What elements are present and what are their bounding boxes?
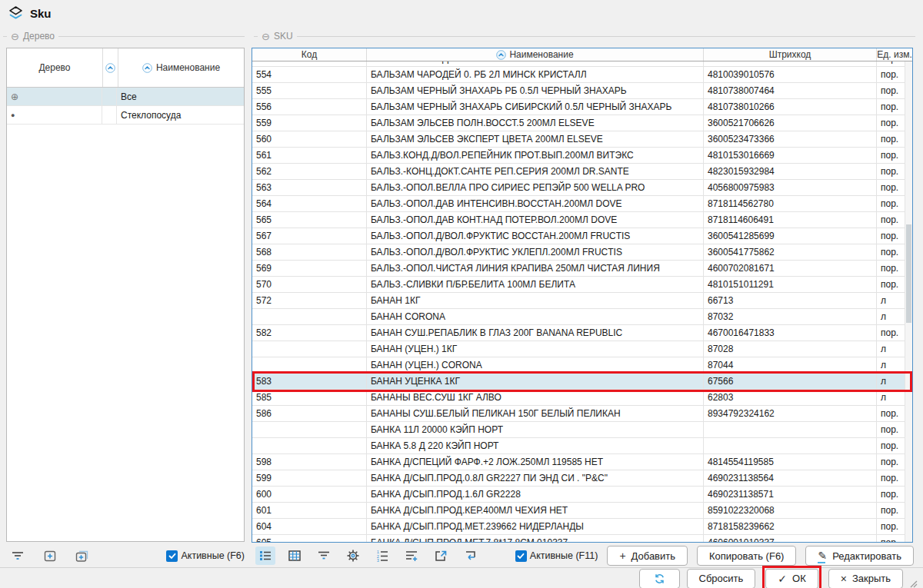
copy-button[interactable]: Копировать (F6): [697, 546, 796, 566]
cell-unit: л: [877, 357, 905, 373]
numbered-list-icon[interactable]: 123: [372, 546, 392, 565]
table-row[interactable]: 568 БАЛЬЗ.-ОПОЛ.Д/ВОЛ.ФРУКТИС УКЛЕПЛ.200…: [252, 244, 905, 261]
close-button[interactable]: × Закрыть: [828, 569, 903, 588]
repeat-icon[interactable]: [460, 546, 480, 565]
cell-barcode: 4810039010576: [704, 67, 877, 82]
cell-code: 567: [252, 228, 367, 244]
cell-name: БАНКА Д/СЫП.ПРОД.МЕТ.239662 НИДЕРЛАНДЫ: [367, 519, 704, 534]
cell-code: 570: [252, 277, 367, 292]
table-row[interactable]: 561 БАЛЬЗ.КОНД.Д/ВОЛ.РЕПЕЙНИК ПРОТ.ВЫП.2…: [252, 148, 905, 164]
add-button[interactable]: + Добавить: [607, 546, 688, 566]
cell-code: 582: [252, 325, 367, 341]
tree-name-column-header[interactable]: Наименование: [118, 48, 244, 87]
collapse-all-icon[interactable]: [40, 546, 60, 565]
table-row[interactable]: 604 БАНКА Д/СЫП.ПРОД.МЕТ.239662 НИДЕРЛАН…: [252, 519, 905, 535]
tree-sort-icon[interactable]: [103, 48, 118, 87]
cell-name: БАНАН CORONA: [367, 309, 704, 324]
tree-column-header[interactable]: Дерево: [7, 48, 103, 87]
cell-unit: пор.: [877, 212, 905, 228]
open-external-icon[interactable]: [431, 546, 451, 565]
name-column-header[interactable]: Наименование: [367, 48, 704, 61]
unit-column-header[interactable]: Ед. изм.: [877, 48, 912, 61]
table-row[interactable]: 598 БАНКА Д/СПЕЦИЙ ФАРФ.+2 ЛОЖ.250МЛ 119…: [252, 454, 905, 470]
table-row[interactable]: 599 БАНКА Д/СЫП.ПРОД.0.8Л GR2227 ПИ ЭНД …: [252, 470, 905, 487]
page-title: Sku: [30, 7, 52, 20]
table-row[interactable]: 586 БАНАНЫ СУШ.БЕЛЫЙ ПЕЛИКАН 150Г БЕЛЫЙ …: [252, 406, 905, 422]
cell-name: БАЛЬЗАМ ЧАРОДЕЙ 1Л МИНСК КРИСТАЛЛ: [367, 61, 704, 66]
cell-barcode: 66713: [704, 293, 877, 308]
grid-view-icon[interactable]: [285, 546, 305, 565]
table-row[interactable]: 567 БАЛЬЗ.-ОПОЛ.Д/ВОЛ.ФРУКТИС ВОССТАН.20…: [252, 228, 905, 244]
table-row[interactable]: БАНАН (УЦЕН.) CORONA 87044 л: [252, 357, 905, 374]
cell-unit: пор.: [877, 228, 905, 244]
cell-name: БАЛЬЗ.-ОПОЛ.ЧИСТАЯ ЛИНИЯ КРАПИВА 250МЛ Ч…: [367, 261, 704, 276]
table-row[interactable]: 562 БАЛЬЗ.-КОНЦ.ДОКТ.САНТЕ РЕП.СЕРИЯ 200…: [252, 164, 905, 180]
cell-barcode: 8718114606491: [704, 212, 877, 228]
cell-barcode: 62803: [704, 390, 877, 405]
reset-button[interactable]: Сбросить: [687, 569, 756, 588]
cell-unit: пор.: [877, 67, 905, 82]
cell-code: [252, 438, 367, 453]
tree-group-label: ⊖ Дерево: [3, 31, 245, 42]
cell-code: 605: [252, 535, 367, 542]
cell-name: БАНКА Д/СЫП.ПРОД.КЕР.400МЛ ЧЕХИЯ НЕТ: [367, 503, 704, 518]
ok-button[interactable]: ✓ ОК: [765, 569, 818, 588]
table-row[interactable]: 556 БАЛЬЗАМ ЧЕРНЫЙ ЗНАХАРЬ СИБИРСКИЙ 0.5…: [252, 99, 905, 115]
active-f6-checkbox[interactable]: Активные (F6): [166, 550, 245, 562]
table-row[interactable]: 582 БАНАН СУШ.РЕПАБЛИК В ГЛАЗ 200Г BANAN…: [252, 325, 905, 341]
collapse-icon[interactable]: ⊖: [262, 32, 270, 42]
collapse-icon[interactable]: ⊖: [11, 32, 19, 42]
table-row[interactable]: БАНКА 11Л 20000 КЭЙП НОРТ пор.: [252, 422, 905, 438]
filter-icon[interactable]: [8, 546, 28, 565]
ok-annotation: ✓ ОК: [762, 566, 821, 588]
table-row[interactable]: 564 БАЛЬЗ.-ОПОЛ.ДАВ ИНТЕНСИВН.ВОССТАН.20…: [252, 196, 905, 212]
expand-node-icon[interactable]: ⊕: [11, 91, 18, 102]
cell-barcode: 4810738010266: [704, 99, 877, 115]
code-column-header[interactable]: Код: [252, 48, 367, 61]
table-row[interactable]: 555 БАЛЬЗАМ ЧЕРНЫЙ ЗНАХАРЬ РБ 0.5Л ЧЕРНЫ…: [252, 83, 905, 99]
tree-row[interactable]: ⊕ ● Все: [7, 88, 244, 106]
table-row[interactable]: 565 БАЛЬЗ.-ОПОЛ.ДАВ КОНТ.НАД ПОТЕР.ВОЛ.2…: [252, 212, 905, 228]
table-row[interactable]: 572 БАНАН 1КГ 66713 л: [252, 293, 905, 309]
cell-code: 553: [252, 61, 367, 66]
table-row[interactable]: 554 БАЛЬЗАМ ЧАРОДЕЙ 0. РБ 2Л МИНСК КРИСТ…: [252, 67, 905, 83]
table-row[interactable]: 601 БАНКА Д/СЫП.ПРОД.КЕР.400МЛ ЧЕХИЯ НЕТ…: [252, 503, 905, 519]
vertical-scrollbar[interactable]: [905, 61, 912, 542]
cell-barcode: 4810039010569: [704, 61, 877, 66]
table-row[interactable]: 585 БАНАНЫ ВЕС.СУШ 1КГ АЛВО 62803 л: [252, 390, 905, 406]
table-row[interactable]: 559 БАЛЬЗАМ ЭЛЬСЕВ ПОЛН.ВОССТ.5 200МЛ EL…: [252, 115, 905, 131]
table-row[interactable]: БАНКА 5.8 Д 220 КЭЙП НОРТ пор.: [252, 438, 905, 454]
cell-code: [252, 357, 367, 373]
table-row[interactable]: 570 БАЛЬЗ.-СЛИВКИ П/БР.БЕЛИТА 100МЛ БЕЛИ…: [252, 277, 905, 293]
plus-icon: +: [619, 550, 625, 562]
cell-unit: пор.: [877, 180, 905, 195]
tree-toolbar: Активные (F6): [8, 546, 245, 565]
expand-all-icon[interactable]: [72, 546, 92, 565]
cell-code: 562: [252, 164, 367, 179]
edit-button[interactable]: ✎ Редактировать: [805, 546, 914, 566]
table-row[interactable]: 600 БАНКА Д/СЫП.ПРОД.1.6Л GR2228 4690231…: [252, 487, 905, 503]
table-row[interactable]: БАНАН (УЦЕН.) 1КГ 87028 л: [252, 341, 905, 357]
table-row[interactable]: 583 БАНАН УЦЕНКА 1КГ 67566 л: [252, 374, 905, 390]
cell-barcode: 4810151011291: [704, 277, 877, 292]
cell-code: 600: [252, 487, 367, 502]
leaf-node-icon: ●: [11, 111, 15, 119]
table-row[interactable]: 605 БАНКА Д/СЫП.ПРОД.МЕТ.7.8*17.8СМ.0103…: [252, 535, 905, 542]
active-f11-checkbox[interactable]: Активные (F11): [515, 550, 598, 562]
settings-gear-icon[interactable]: [343, 546, 363, 565]
tree-row[interactable]: ⊕ ● Стеклопосуда: [7, 106, 244, 125]
table-row[interactable]: 563 БАЛЬЗ.-ОПОЛ.ВЕЛЛА ПРО СИРИЕС РЕПЭЙР …: [252, 180, 905, 196]
cell-name: БАНАН СУШ.РЕПАБЛИК В ГЛАЗ 200Г BANANA RE…: [367, 325, 704, 341]
barcode-column-header[interactable]: Штрихкод: [704, 48, 877, 61]
scrollbar-thumb[interactable]: [906, 224, 911, 323]
cell-name: БАЛЬЗ.-ОПОЛ.ДАВ КОНТ.НАД ПОТЕР.ВОЛ.200МЛ…: [367, 212, 704, 228]
table-row[interactable]: 553 БАЛЬЗАМ ЧАРОДЕЙ 1Л МИНСК КРИСТАЛЛ 48…: [252, 61, 905, 67]
table-row[interactable]: 560 БАЛЬЗАМ ЭЛЬСЕВ ЭКСПЕРТ ЦВЕТА 200МЛ E…: [252, 131, 905, 148]
filter-icon[interactable]: [314, 546, 334, 565]
refresh-button[interactable]: [639, 569, 680, 588]
add-to-list-icon[interactable]: [402, 546, 422, 565]
list-view-icon[interactable]: [255, 546, 275, 565]
table-row[interactable]: БАНАН CORONA 87032 л: [252, 309, 905, 325]
resize-grip[interactable]: [908, 579, 918, 588]
table-row[interactable]: 569 БАЛЬЗ.-ОПОЛ.ЧИСТАЯ ЛИНИЯ КРАПИВА 250…: [252, 261, 905, 277]
